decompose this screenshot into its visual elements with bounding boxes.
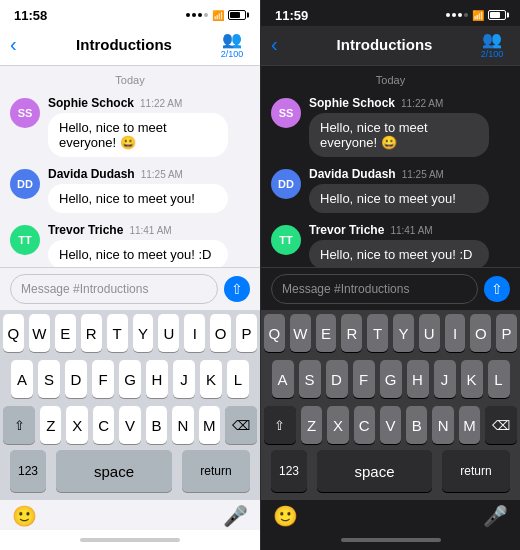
emoji-icon[interactable]: 🙂 [12,504,37,528]
key-S[interactable]: S [38,360,60,398]
key-M[interactable]: M [459,406,480,444]
key-L[interactable]: L [227,360,249,398]
key-D[interactable]: D [65,360,87,398]
key-W[interactable]: W [29,314,50,352]
sender-name: Sophie Schock [48,96,134,110]
signal-icon [446,13,468,17]
key-V[interactable]: V [119,406,140,444]
group-info[interactable]: 👥 2/100 [474,30,510,59]
key-E[interactable]: E [316,314,337,352]
delete-key[interactable]: ⌫ [485,406,517,444]
send-button[interactable]: ⇧ [224,276,250,302]
key-T[interactable]: T [367,314,388,352]
space-key[interactable]: space [56,450,172,492]
space-key[interactable]: space [317,450,432,492]
key-U[interactable]: U [419,314,440,352]
key-R[interactable]: R [341,314,362,352]
message-time: 11:41 AM [129,225,171,236]
key-D[interactable]: D [326,360,348,398]
key-S[interactable]: S [299,360,321,398]
key-A[interactable]: A [272,360,294,398]
back-button[interactable]: ‹ [10,33,34,56]
home-bar [80,538,180,542]
keyboard-row-1: ASDFGHJKL [0,356,260,402]
member-count: 2/100 [481,49,504,59]
emoji-icon[interactable]: 🙂 [273,504,298,528]
key-F[interactable]: F [92,360,114,398]
status-bar: 11:59 📶 [261,0,520,26]
key-K[interactable]: K [200,360,222,398]
numbers-key[interactable]: 123 [10,450,46,492]
keyboard-row-2: ⇧ZXCVBNM⌫ [261,402,520,448]
key-B[interactable]: B [406,406,427,444]
key-Y[interactable]: Y [133,314,154,352]
status-icons: 📶 [186,10,246,21]
key-J[interactable]: J [173,360,195,398]
key-L[interactable]: L [488,360,510,398]
back-button[interactable]: ‹ [271,33,295,56]
shift-key[interactable]: ⇧ [264,406,296,444]
key-Z[interactable]: Z [301,406,322,444]
wifi-icon: 📶 [472,10,484,21]
key-I[interactable]: I [445,314,466,352]
message-time: 11:25 AM [402,169,444,180]
message-bubble: Hello, nice to meet you! [309,184,489,213]
key-W[interactable]: W [290,314,311,352]
key-Y[interactable]: Y [393,314,414,352]
delete-key[interactable]: ⌫ [225,406,257,444]
key-X[interactable]: X [327,406,348,444]
microphone-icon[interactable]: 🎤 [483,504,508,528]
avatar: DD [271,169,301,199]
message-content: Davida Dudash 11:25 AM Hello, nice to me… [48,167,250,213]
wifi-icon: 📶 [212,10,224,21]
return-key[interactable]: return [442,450,510,492]
key-J[interactable]: J [434,360,456,398]
shift-key[interactable]: ⇧ [3,406,35,444]
message-time: 11:22 AM [401,98,443,109]
keyboard-bottom-row: 123 space return [0,448,260,500]
key-A[interactable]: A [11,360,33,398]
key-O[interactable]: O [470,314,491,352]
microphone-icon[interactable]: 🎤 [223,504,248,528]
battery-icon [228,10,246,20]
key-N[interactable]: N [172,406,193,444]
key-O[interactable]: O [210,314,231,352]
key-E[interactable]: E [55,314,76,352]
return-key[interactable]: return [182,450,250,492]
key-H[interactable]: H [146,360,168,398]
message-input[interactable]: Message #Introductions [271,274,478,304]
key-Q[interactable]: Q [3,314,24,352]
key-K[interactable]: K [461,360,483,398]
key-P[interactable]: P [236,314,257,352]
key-U[interactable]: U [158,314,179,352]
key-C[interactable]: C [93,406,114,444]
message-meta: Sophie Schock 11:22 AM [48,96,250,110]
key-X[interactable]: X [66,406,87,444]
send-button[interactable]: ⇧ [484,276,510,302]
key-G[interactable]: G [119,360,141,398]
key-R[interactable]: R [81,314,102,352]
message-content: Sophie Schock 11:22 AM Hello, nice to me… [48,96,250,157]
key-M[interactable]: M [199,406,220,444]
key-C[interactable]: C [354,406,375,444]
message-input[interactable]: Message #Introductions [10,274,218,304]
key-V[interactable]: V [380,406,401,444]
message-content: Trevor Triche 11:41 AM Hello, nice to me… [309,223,510,267]
keyboard-accessories: 🙂 🎤 [261,500,520,530]
chevron-left-icon: ‹ [10,33,17,56]
key-P[interactable]: P [496,314,517,352]
key-N[interactable]: N [432,406,453,444]
message-time: 11:22 AM [140,98,182,109]
avatar: DD [10,169,40,199]
key-T[interactable]: T [107,314,128,352]
key-Z[interactable]: Z [40,406,61,444]
key-B[interactable]: B [146,406,167,444]
numbers-key[interactable]: 123 [271,450,307,492]
key-I[interactable]: I [184,314,205,352]
group-info[interactable]: 👥 2/100 [214,30,250,59]
key-Q[interactable]: Q [264,314,285,352]
key-F[interactable]: F [353,360,375,398]
sender-name: Davida Dudash [309,167,396,181]
key-G[interactable]: G [380,360,402,398]
key-H[interactable]: H [407,360,429,398]
